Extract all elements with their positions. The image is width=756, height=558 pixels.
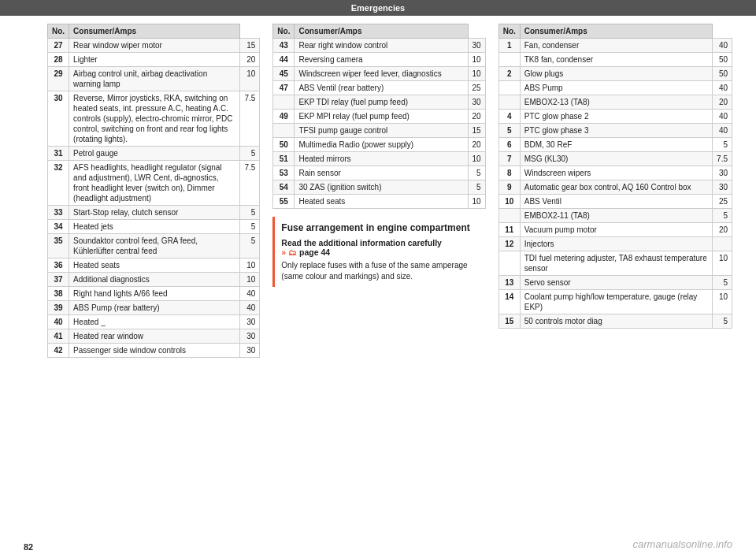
- cell-consumer: Heated seats: [69, 259, 240, 273]
- header-bar: Emergencies: [0, 0, 756, 16]
- cell-no: 32: [48, 161, 69, 206]
- table-row: 55Heated seats10: [273, 195, 485, 209]
- cell-consumer: ABS Ventil: [520, 195, 712, 209]
- cell-no: 43: [273, 39, 295, 53]
- cell-consumer: PTC glow phase 3: [520, 124, 712, 138]
- cell-amps: 5: [468, 180, 485, 195]
- cell-no: 4: [498, 110, 520, 124]
- cell-consumer: Heated _: [69, 315, 240, 329]
- arrow-icon: » 🗂: [281, 247, 299, 257]
- cell-amps: 40: [713, 124, 732, 138]
- table-row: 9Automatic gear box control, AQ 160 Cont…: [498, 180, 732, 195]
- cell-amps: 7.5: [240, 91, 260, 147]
- cell-amps: 40: [713, 39, 732, 53]
- table-row: 14Coolant pump high/low temperature, gau…: [498, 290, 732, 314]
- cell-no: [498, 53, 520, 67]
- cell-no: 8: [498, 166, 520, 180]
- cell-no: 35: [48, 234, 69, 259]
- cell-no: 36: [48, 259, 69, 273]
- cell-consumer: AFS headlights, headlight regulator (sig…: [69, 161, 240, 206]
- cell-consumer: EKP TDI relay (fuel pump feed): [295, 95, 468, 110]
- col1-header-consumer: Consumer/Amps: [69, 24, 240, 39]
- table-col3: No. Consumer/Amps 1Fan, condenser40TK8 f…: [498, 24, 732, 329]
- cell-no: 11: [498, 223, 520, 237]
- cell-amps: 5: [468, 166, 485, 180]
- content-area: No. Consumer/Amps 27Rear window wiper mo…: [0, 16, 756, 553]
- cell-no: 2: [498, 67, 520, 81]
- table-row: 50Multimedia Radio (power supply)20: [273, 138, 485, 152]
- cell-amps: 30: [240, 344, 260, 358]
- cell-amps: 15: [240, 39, 260, 53]
- cell-no: 53: [273, 166, 295, 180]
- table-row: 49EKP MPI relay (fuel pump feed)20: [273, 110, 485, 124]
- cell-amps: 25: [713, 195, 732, 209]
- cell-amps: 40: [240, 301, 260, 315]
- table-row: 11Vacuum pump motor20: [498, 223, 732, 237]
- cell-no: 14: [498, 290, 520, 314]
- watermark: carmanualsonline.info: [633, 538, 732, 550]
- cell-no: [273, 95, 295, 110]
- table-row: 10ABS Ventil25: [498, 195, 732, 209]
- cell-amps: [713, 237, 732, 251]
- col2-header-no: No.: [273, 24, 295, 39]
- cell-consumer: Rear right window control: [295, 39, 468, 53]
- table-row: EKP TDI relay (fuel pump feed)30: [273, 95, 485, 110]
- table-row: 6BDM, 30 ReF5: [498, 138, 732, 152]
- cell-amps: 5: [240, 206, 260, 220]
- cell-no: [498, 251, 520, 276]
- cell-amps: 10: [713, 251, 732, 276]
- cell-no: 29: [48, 67, 69, 91]
- cell-no: 40: [48, 315, 69, 329]
- cell-amps: 30: [468, 95, 485, 110]
- table-col1: No. Consumer/Amps 27Rear window wiper mo…: [47, 24, 260, 358]
- cell-no: [498, 209, 520, 223]
- column-2: No. Consumer/Amps 43Rear right window co…: [272, 24, 485, 545]
- cell-no: [273, 124, 295, 138]
- table-row: 33Start-Stop relay, clutch sensor5: [48, 206, 260, 220]
- cell-amps: 30: [713, 166, 732, 180]
- cell-consumer: MSG (KL30): [520, 152, 712, 166]
- cell-consumer: Windscreen wipers: [520, 166, 712, 180]
- table-row: 13Servo sensor5: [498, 276, 732, 290]
- cell-no: 37: [48, 273, 69, 287]
- table-row: ABS Pump40: [498, 81, 732, 95]
- cell-amps: 10: [240, 67, 260, 91]
- table-row: 38Right hand lights A/66 feed40: [48, 287, 260, 301]
- cell-no: 27: [48, 39, 69, 53]
- table-row: 51Heated mirrors10: [273, 152, 485, 166]
- cell-consumer: ABS Ventil (rear battery): [295, 81, 468, 95]
- cell-consumer: Heated rear window: [69, 329, 240, 344]
- cell-amps: 5: [240, 220, 260, 234]
- cell-amps: 15: [468, 124, 485, 138]
- cell-consumer: Automatic gear box control, AQ 160 Contr…: [520, 180, 712, 195]
- cell-consumer: 30 ZAS (ignition switch): [295, 180, 468, 195]
- cell-no: 50: [273, 138, 295, 152]
- cell-consumer: Heated seats: [295, 195, 468, 209]
- cell-consumer: Rain sensor: [295, 166, 468, 180]
- cell-consumer: Petrol gauge: [69, 147, 240, 161]
- cell-consumer: BDM, 30 ReF: [520, 138, 712, 152]
- table-row: 44Reversing camera10: [273, 53, 485, 67]
- cell-no: 6: [498, 138, 520, 152]
- cell-amps: 5: [713, 276, 732, 290]
- table-row: 47ABS Ventil (rear battery)25: [273, 81, 485, 95]
- cell-amps: 50: [713, 53, 732, 67]
- cell-consumer: Reversing camera: [295, 53, 468, 67]
- col3-header-consumer: Consumer/Amps: [520, 24, 712, 39]
- cell-consumer: ABS Pump: [520, 81, 712, 95]
- table-row: 1550 controls motor diag5: [498, 314, 732, 329]
- cell-consumer: Multimedia Radio (power supply): [295, 138, 468, 152]
- cell-no: 44: [273, 53, 295, 67]
- cell-consumer: Additional diagnostics: [69, 273, 240, 287]
- cell-no: 55: [273, 195, 295, 209]
- table-row: 39ABS Pump (rear battery)40: [48, 301, 260, 315]
- read-label: Read the additional information carefull…: [281, 238, 442, 247]
- cell-amps: 5: [713, 209, 732, 223]
- cell-no: 7: [498, 152, 520, 166]
- col1-header-no: No.: [48, 24, 69, 39]
- table-row: 35Soundaktor control feed, GRA feed, Küh…: [48, 234, 260, 259]
- cell-amps: 10: [468, 152, 485, 166]
- cell-no: 30: [48, 91, 69, 147]
- table-row: 8Windscreen wipers30: [498, 166, 732, 180]
- cell-amps: 20: [713, 95, 732, 110]
